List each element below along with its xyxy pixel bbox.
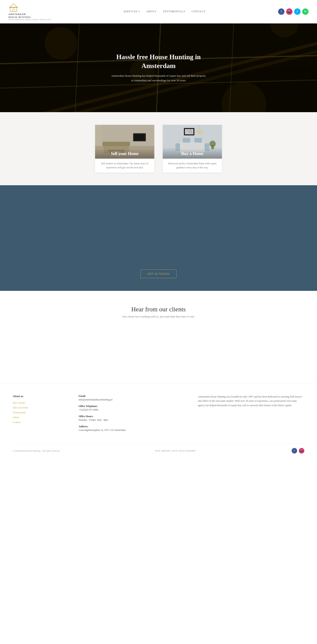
footer-description-col: Amsterdam House Hunting was founded in e…: [198, 394, 304, 435]
nav-services[interactable]: SERVICES ▾: [123, 10, 140, 13]
service-buy-image: Buy a Home: [163, 125, 222, 158]
hero-section: Hassle free House Hunting in Amsterdam A…: [0, 24, 317, 112]
testimonials-subtitle: Our clients love working with us, just r…: [9, 315, 308, 318]
testimonials-section: Hear from our clients Our clients love w…: [0, 291, 317, 384]
logo-icon: [9, 2, 19, 13]
chevron-down-icon: ▾: [139, 10, 140, 13]
hero-content: Hassle free House Hunting in Amsterdam A…: [106, 48, 211, 87]
footer-copyright: © Amsterdam House Hunting - All rights r…: [13, 450, 60, 452]
nav-about[interactable]: ABOUT: [146, 10, 157, 13]
footer-social-icons: f 📷: [292, 448, 304, 454]
footer-about-text: Amsterdam House Hunting was founded in e…: [198, 394, 304, 408]
footer-phone: Office Telephone: +31(0)20 675 4068: [79, 405, 185, 412]
footer-top: About us Buy a home Sell your home Testi…: [13, 394, 304, 435]
service-card-buy[interactable]: Buy a Home Find your perfect Amsterdam h…: [163, 125, 222, 172]
footer-instagram-icon[interactable]: 📷: [299, 448, 304, 454]
buy-card-title: Buy a Home: [163, 149, 222, 158]
footer-phone-value: +31(0)20 675 4068: [79, 408, 185, 412]
sell-card-title: Sell your Home: [95, 149, 154, 158]
header: AMSTERDAM HOUSE HUNTING YOUR PERSONAL RE…: [0, 0, 317, 24]
hero-title: Hassle free House Hunting in Amsterdam: [110, 52, 207, 70]
footer-bottom: © Amsterdam House Hunting - All rights r…: [13, 444, 304, 454]
instagram-icon[interactable]: 📷: [286, 8, 292, 15]
get-in-touch-button[interactable]: Get in touch: [141, 270, 176, 278]
sell-card-description: Sell smarter in Amsterdam. Our many year…: [95, 158, 154, 172]
footer-address-value: Concertgebouwplein 14, 1071 LN Amsterdam: [79, 428, 185, 432]
skype-icon[interactable]: S: [294, 8, 300, 15]
footer-email: Email: info@amsterdamhousehunting.nl: [79, 394, 185, 401]
nav-testimonials[interactable]: TESTIMONIALS: [163, 10, 185, 13]
svg-rect-2: [13, 9, 14, 12]
footer-hours-value: Monday - Friday: 9am - 8pm: [79, 418, 185, 422]
footer-kvk: KVK: 68639201 | BTW: NL857330549B01: [155, 450, 196, 452]
logo[interactable]: AMSTERDAM HOUSE HUNTING YOUR PERSONAL RE…: [9, 2, 51, 21]
hero-subtitle: Amsterdam House Hunting has helped thous…: [110, 74, 207, 83]
buy-card-description: Find your perfect Amsterdam home with ex…: [163, 158, 222, 172]
footer-link-about[interactable]: About: [13, 416, 66, 419]
footer-address-label: Address:: [79, 425, 185, 428]
whatsapp-icon[interactable]: W: [302, 8, 308, 15]
footer-link-sell[interactable]: Sell your home: [13, 406, 66, 409]
footer-contact-col: Email: info@amsterdamhousehunting.nl Off…: [79, 394, 185, 435]
cta-section: Get in touch: [0, 185, 317, 291]
header-social-icons: f 📷 S W: [278, 8, 308, 15]
footer-about-heading: About us: [13, 394, 66, 398]
footer: About us Buy a home Sell your home Testi…: [0, 384, 317, 460]
footer-link-testimonials[interactable]: Testimonials: [13, 411, 66, 414]
footer-hours: Office Hours: Monday - Friday: 9am - 8pm: [79, 415, 185, 422]
service-sell-image: Sell your Home: [95, 125, 154, 158]
footer-email-value[interactable]: info@amsterdamhousehunting.nl: [79, 398, 185, 401]
footer-link-buy[interactable]: Buy a home: [13, 401, 66, 404]
logo-subtitle: YOUR PERSONAL REAL ESTATE SPECIALIST: [9, 19, 51, 21]
footer-phone-label: Office Telephone:: [79, 405, 185, 408]
nav-contact[interactable]: CONTACT: [192, 10, 206, 13]
footer-facebook-icon[interactable]: f: [292, 448, 297, 454]
footer-email-label: Email:: [79, 394, 185, 398]
testimonials-content: [9, 329, 308, 371]
service-card-sell[interactable]: Sell your Home Sell smarter in Amsterdam…: [95, 125, 154, 172]
services-section: Sell your Home Sell smarter in Amsterdam…: [0, 112, 317, 185]
footer-address: Address: Concertgebouwplein 14, 1071 LN …: [79, 425, 185, 432]
testimonials-title: Hear from our clients: [9, 306, 308, 313]
footer-about-col: About us Buy a home Sell your home Testi…: [13, 394, 66, 435]
navigation: SERVICES ▾ ABOUT TESTIMONIALS CONTACT: [123, 10, 206, 13]
footer-hours-label: Office Hours:: [79, 415, 185, 418]
facebook-icon[interactable]: f: [278, 8, 284, 15]
logo-text: AMSTERDAM HOUSE HUNTING: [9, 13, 31, 19]
footer-link-contact[interactable]: Contact: [13, 421, 66, 424]
